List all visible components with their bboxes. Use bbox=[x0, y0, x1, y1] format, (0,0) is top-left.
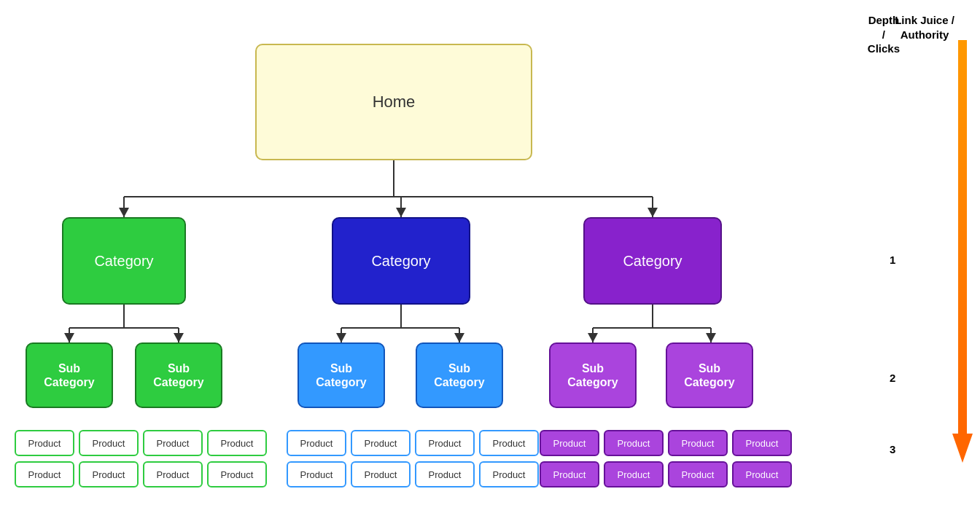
product-purple-2-1: Product bbox=[540, 461, 599, 487]
product-blue-1-3: Product bbox=[415, 430, 475, 456]
svg-marker-3 bbox=[119, 208, 129, 217]
category-blue-label: Category bbox=[371, 253, 430, 270]
product-blue-1-4: Product bbox=[479, 430, 539, 456]
diagram-container: Home Category Category Category SubCateg… bbox=[0, 0, 875, 513]
product-blue-1-2: Product bbox=[351, 430, 411, 456]
svg-marker-20 bbox=[336, 333, 346, 342]
category-green: Category bbox=[62, 217, 186, 305]
orange-arrow bbox=[952, 40, 973, 463]
depth-label-1: 1 bbox=[890, 254, 895, 266]
category-purple-label: Category bbox=[623, 253, 682, 270]
product-purple-2-2: Product bbox=[604, 461, 664, 487]
product-blue-2-3: Product bbox=[415, 461, 475, 487]
subcategory-blue-1: SubCategory bbox=[298, 342, 385, 408]
product-green-1-4: Product bbox=[207, 430, 267, 456]
depth-label-3: 3 bbox=[890, 443, 895, 455]
product-purple-2-4: Product bbox=[732, 461, 792, 487]
subcategory-green-2: SubCategory bbox=[135, 342, 222, 408]
product-purple-1-2: Product bbox=[604, 430, 664, 456]
svg-marker-13 bbox=[64, 333, 74, 342]
product-purple-1-1: Product bbox=[540, 430, 599, 456]
category-purple: Category bbox=[583, 217, 722, 305]
svg-marker-27 bbox=[588, 333, 598, 342]
product-purple-2-3: Product bbox=[668, 461, 728, 487]
svg-marker-30 bbox=[706, 333, 716, 342]
svg-marker-16 bbox=[174, 333, 184, 342]
svg-rect-31 bbox=[958, 40, 967, 434]
product-green-2-3: Product bbox=[143, 461, 203, 487]
svg-marker-9 bbox=[648, 208, 658, 217]
depth-label-2: 2 bbox=[890, 372, 895, 384]
home-label: Home bbox=[373, 93, 416, 111]
link-juice-header: Link Juice / Authority bbox=[875, 13, 974, 42]
product-green-1-2: Product bbox=[79, 430, 139, 456]
product-green-2-1: Product bbox=[15, 461, 74, 487]
product-blue-2-4: Product bbox=[479, 461, 539, 487]
product-purple-1-4: Product bbox=[732, 430, 792, 456]
subcategory-green-1: SubCategory bbox=[26, 342, 113, 408]
svg-marker-23 bbox=[454, 333, 464, 342]
category-blue: Category bbox=[332, 217, 470, 305]
subcategory-purple-1: SubCategory bbox=[549, 342, 637, 408]
product-green-2-4: Product bbox=[207, 461, 267, 487]
product-green-1-1: Product bbox=[15, 430, 74, 456]
home-node: Home bbox=[255, 44, 532, 160]
product-purple-1-3: Product bbox=[668, 430, 728, 456]
orange-arrow-container bbox=[952, 40, 973, 463]
svg-marker-32 bbox=[952, 434, 973, 463]
category-green-label: Category bbox=[94, 253, 153, 270]
subcategory-purple-2: SubCategory bbox=[666, 342, 753, 408]
subcategory-blue-2: SubCategory bbox=[416, 342, 503, 408]
svg-marker-6 bbox=[396, 208, 406, 217]
product-blue-2-1: Product bbox=[287, 461, 346, 487]
product-blue-2-2: Product bbox=[351, 461, 411, 487]
product-green-1-3: Product bbox=[143, 430, 203, 456]
right-panel: Depth / Clicks Link Juice / Authority 1 … bbox=[875, 0, 980, 513]
product-blue-1-1: Product bbox=[287, 430, 346, 456]
product-green-2-2: Product bbox=[79, 461, 139, 487]
